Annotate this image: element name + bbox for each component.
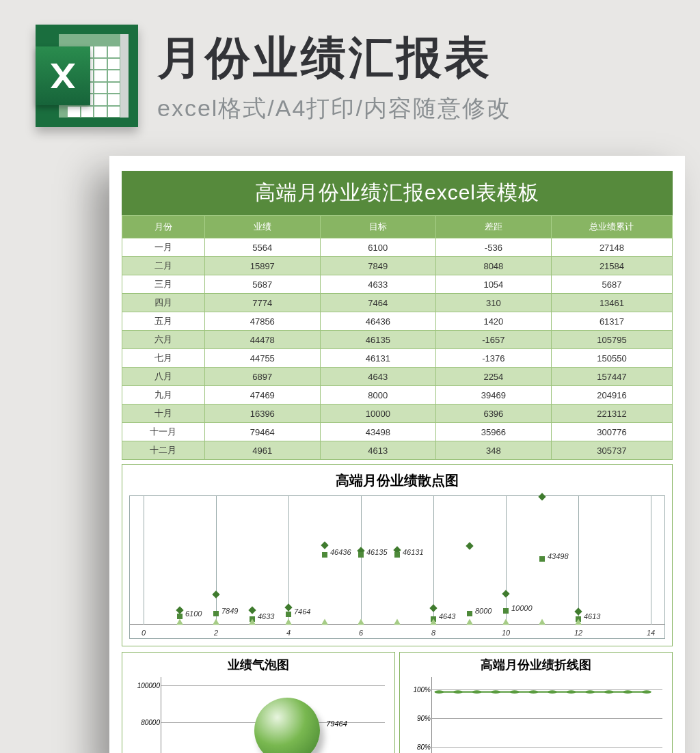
svg-point-3 [491,690,500,694]
document-title: 高端月份业绩汇报excel表模板 [122,171,673,215]
table-cell: -1657 [435,331,551,349]
table-cell: 150550 [551,349,672,368]
table-cell: 4613 [320,441,435,460]
scatter-point-target [394,552,400,558]
svg-point-1 [453,690,463,694]
scatter-point-tri [394,619,401,625]
scatter-label: 46436 [330,548,351,556]
line-ytick: 100% [413,686,431,694]
table-cell: 7774 [204,294,320,312]
table-cell: 43498 [320,423,435,441]
table-cell: 8000 [320,386,435,405]
performance-table: 月份业绩目标差距总业绩累计 一月55646100-53627148二月15897… [122,215,673,460]
svg-point-0 [434,690,444,694]
bubble-chart: 业绩气泡图 100000 80000 79464 [122,652,395,753]
scatter-label: 8000 [475,607,492,615]
scatter-label: 46135 [366,548,388,556]
table-row: 四月7774746431013461 [122,294,673,312]
table-cell: 15897 [204,257,320,275]
scatter-point-tri [358,619,364,625]
scatter-point-perf [466,543,473,550]
svg-point-6 [548,690,557,694]
line-ytick: 90% [417,715,431,722]
table-cell: 157447 [551,368,672,386]
x-tick: 4 [286,629,291,637]
scatter-point-perf [429,605,437,612]
bubble-title: 业绩气泡图 [126,657,390,673]
scatter-label: 6100 [185,610,202,618]
table-cell: 四月 [122,294,205,312]
scatter-label: 4613 [584,612,600,620]
scatter-label: 46131 [403,548,424,556]
scatter-point-tri [502,619,509,625]
scatter-point-tri [466,619,473,625]
line-chart: 高端月份业绩折线图 100% 90% 80% [399,652,673,753]
table-header: 总业绩累计 [551,216,672,238]
scatter-point-target [539,556,545,562]
table-cell: 1420 [435,312,551,331]
scatter-point-perf [248,607,256,614]
table-row: 八月689746432254157447 [122,368,673,386]
table-cell: -1376 [435,349,551,368]
table-cell: 348 [435,441,551,460]
table-cell: 7849 [320,257,435,275]
table-cell: 61317 [551,312,672,331]
svg-point-10 [623,690,632,694]
scatter-point-perf [538,493,546,501]
table-cell: 一月 [122,238,205,257]
table-cell: 5564 [204,238,320,257]
table-cell: 16396 [204,405,320,423]
table-cell: 46131 [320,349,435,368]
table-header: 月份 [122,216,205,238]
table-cell: 6897 [204,368,320,386]
table-header: 业绩 [204,216,320,238]
svg-point-11 [642,690,651,694]
scatter-point-target [286,612,291,617]
x-tick: 14 [647,629,655,637]
template-preview: 高端月份业绩汇报excel表模板 月份业绩目标差距总业绩累计 一月5564610… [109,156,685,753]
table-cell: 310 [435,294,551,312]
table-row: 十月16396100006396221312 [122,405,673,423]
table-cell: 九月 [122,386,205,405]
scatter-point-perf [321,542,328,549]
table-header: 差距 [435,216,551,238]
table-cell: 10000 [320,405,435,423]
scatter-point-perf [212,591,219,599]
bubble-label: 79464 [326,720,347,728]
table-cell: 八月 [122,368,205,386]
scatter-point-tri [213,619,219,625]
scatter-point-tri [321,619,328,625]
table-cell: 三月 [122,275,205,294]
table-cell: 221312 [551,405,672,423]
scatter-label: 7464 [294,607,310,616]
page-subtitle: excel格式/A4打印/内容随意修改 [157,93,511,124]
page-title: 月份业绩汇报表 [157,27,511,89]
table-row: 九月47469800039469204916 [122,386,673,405]
table-cell: 27148 [551,238,672,257]
table-cell: 39469 [435,386,551,405]
x-tick: 2 [214,629,218,637]
table-row: 一月55646100-53627148 [122,238,673,257]
scatter-point-tri [539,619,546,625]
scatter-point-perf [574,607,582,615]
scatter-chart: 高端月份业绩散点图 024681012146100784946337464464… [122,464,673,646]
table-cell: 79464 [204,423,320,441]
table-cell: 300776 [551,423,672,441]
table-header: 目标 [320,216,435,238]
line-ytick: 80% [417,743,431,751]
x-tick: 6 [359,629,363,637]
scatter-label: 7849 [221,607,238,615]
scatter-label: 4643 [439,612,455,620]
excel-icon [36,25,138,127]
x-tick: 12 [574,629,582,637]
bubble-ytick: 80000 [141,719,160,726]
table-cell: 46436 [320,312,435,331]
table-cell: 5687 [204,275,320,294]
table-row: 十一月794644349835966300776 [122,423,673,441]
bubble-ytick: 100000 [137,682,160,689]
x-tick: 8 [431,629,435,637]
table-cell: 44478 [204,331,320,349]
table-cell: 十一月 [122,423,205,441]
table-cell: 十二月 [122,441,205,460]
product-header: 月份业绩汇报表 excel格式/A4打印/内容随意修改 [0,0,700,148]
